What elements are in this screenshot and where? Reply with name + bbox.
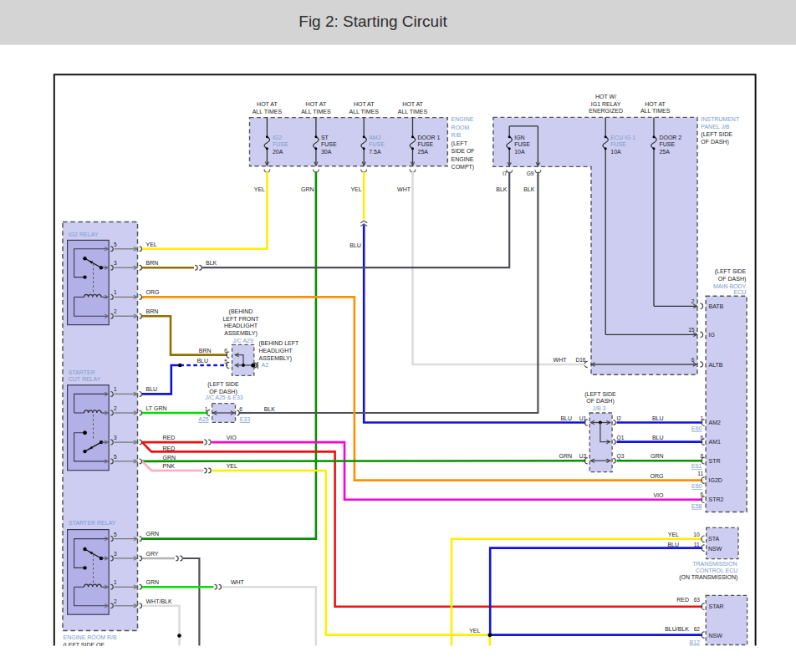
svg-text:HOT W/: HOT W/ — [595, 94, 616, 99]
svg-text:STR: STR — [709, 458, 721, 464]
svg-text:BLU: BLU — [652, 435, 664, 440]
svg-text:FUSE: FUSE — [514, 141, 530, 147]
svg-text:(BEHIND: (BEHIND — [229, 308, 253, 315]
svg-text:E60: E60 — [691, 483, 702, 489]
svg-text:7.5A: 7.5A — [369, 149, 381, 155]
svg-text:ENGINE: ENGINE — [452, 156, 474, 162]
svg-text:NSW: NSW — [709, 633, 723, 639]
svg-text:STAR: STAR — [709, 603, 724, 609]
svg-text:GRN: GRN — [146, 531, 160, 537]
svg-text:IG2 RELAY: IG2 RELAY — [69, 232, 99, 237]
svg-text:BLU: BLU — [667, 542, 679, 547]
svg-text:6: 6 — [701, 435, 704, 440]
svg-text:ORG: ORG — [651, 473, 664, 479]
svg-text:J/B 3: J/B 3 — [593, 405, 606, 411]
svg-text:GRY: GRY — [146, 551, 159, 557]
svg-text:1: 1 — [701, 415, 704, 421]
svg-text:1: 1 — [114, 386, 117, 392]
svg-text:RED: RED — [676, 597, 689, 603]
svg-text:62: 62 — [694, 626, 701, 632]
svg-text:HOT AT: HOT AT — [645, 101, 666, 107]
svg-text:CUT RELAY: CUT RELAY — [69, 376, 101, 382]
svg-text:HOT AT: HOT AT — [402, 101, 423, 107]
svg-text:RED: RED — [163, 445, 176, 451]
svg-text:(LEFT SIDE: (LEFT SIDE — [715, 268, 747, 275]
svg-text:15: 15 — [688, 327, 695, 333]
svg-text:HOT AT: HOT AT — [306, 101, 327, 107]
svg-text:25A: 25A — [418, 149, 429, 155]
svg-text:PANEL J/B: PANEL J/B — [701, 124, 730, 130]
svg-text:2: 2 — [114, 405, 117, 411]
svg-text:FUSE: FUSE — [418, 141, 434, 147]
svg-text:I7: I7 — [503, 171, 508, 176]
svg-text:MAIN BODY: MAIN BODY — [713, 283, 747, 289]
svg-text:HEADLIGHT: HEADLIGHT — [224, 323, 258, 328]
svg-text:BLK: BLK — [206, 260, 217, 266]
svg-text:GRN: GRN — [146, 579, 160, 585]
svg-text:A25: A25 — [198, 416, 209, 422]
svg-text:2: 2 — [691, 298, 695, 304]
svg-text:ECU IG 1: ECU IG 1 — [610, 135, 635, 140]
svg-text:(ON TRANSMISSION): (ON TRANSMISSION) — [679, 574, 737, 581]
svg-text:D16: D16 — [575, 357, 585, 363]
svg-text:ECU: ECU — [734, 289, 747, 295]
svg-text:Q3: Q3 — [617, 453, 625, 460]
svg-text:GRN: GRN — [301, 186, 314, 192]
svg-text:3: 3 — [114, 435, 117, 440]
svg-text:5: 5 — [224, 359, 227, 364]
svg-text:ASSEMBLY): ASSEMBLY) — [259, 355, 293, 362]
svg-text:STARTER: STARTER — [69, 369, 95, 375]
svg-text:HOT AT: HOT AT — [257, 101, 278, 107]
svg-text:I2: I2 — [617, 415, 622, 421]
svg-text:ALL TIMES: ALL TIMES — [398, 109, 428, 115]
svg-text:BLU/BLK: BLU/BLK — [665, 626, 689, 632]
svg-text:HOT AT: HOT AT — [354, 101, 375, 107]
svg-text:J/C A29: J/C A29 — [232, 338, 253, 344]
svg-text:RED: RED — [163, 435, 176, 440]
svg-text:OF DASH): OF DASH) — [701, 139, 728, 145]
svg-text:OF DASH): OF DASH) — [586, 398, 614, 405]
svg-text:(BEHIND LEFT: (BEHIND LEFT — [259, 340, 300, 347]
svg-text:ALL TIMES: ALL TIMES — [640, 108, 671, 114]
svg-text:5: 5 — [114, 532, 117, 537]
svg-text:5: 5 — [114, 454, 117, 460]
svg-text:BRN: BRN — [146, 260, 159, 266]
svg-text:YEL: YEL — [469, 628, 480, 634]
svg-text:VIO: VIO — [653, 492, 664, 498]
svg-text:GRN: GRN — [163, 455, 176, 461]
svg-text:IG2: IG2 — [273, 135, 282, 140]
svg-text:HEADLIGHT: HEADLIGHT — [259, 348, 293, 354]
svg-text:FUSE: FUSE — [659, 141, 675, 147]
svg-text:Fig 2: Starting Circuit: Fig 2: Starting Circuit — [298, 13, 447, 30]
svg-text:INSTRUMENT: INSTRUMENT — [701, 116, 740, 122]
svg-text:BLK: BLK — [264, 406, 276, 412]
svg-text:R/B: R/B — [452, 132, 462, 138]
svg-text:G9: G9 — [527, 171, 534, 176]
svg-text:VIO: VIO — [227, 435, 237, 440]
svg-text:1: 1 — [205, 406, 208, 412]
svg-text:PNK: PNK — [163, 463, 176, 469]
svg-text:BLU: BLU — [350, 242, 361, 248]
svg-text:BLK: BLK — [496, 186, 508, 192]
svg-text:5: 5 — [114, 242, 117, 247]
svg-text:(LEFT SIDE: (LEFT SIDE — [701, 131, 732, 138]
svg-text:AM2: AM2 — [369, 135, 381, 140]
svg-text:IG2D: IG2D — [709, 477, 722, 483]
svg-text:BLK: BLK — [523, 186, 535, 192]
svg-text:(LEFT SIDE: (LEFT SIDE — [584, 391, 616, 398]
svg-text:WHT: WHT — [554, 357, 568, 363]
svg-text:(LEFT SIDE OF: (LEFT SIDE OF — [64, 642, 105, 649]
svg-text:STR2: STR2 — [709, 496, 724, 502]
svg-text:AM1: AM1 — [709, 439, 722, 445]
svg-text:DOOR 2: DOOR 2 — [659, 135, 681, 140]
svg-text:WHT: WHT — [231, 579, 245, 585]
svg-text:ASSEMBLY): ASSEMBLY) — [224, 330, 258, 337]
svg-text:NSW: NSW — [708, 546, 722, 552]
svg-text:ENGINE ROOM R/B: ENGINE ROOM R/B — [64, 634, 118, 640]
svg-text:2: 2 — [114, 308, 117, 314]
svg-text:20A: 20A — [273, 149, 283, 155]
svg-text:BATB: BATB — [709, 303, 724, 309]
svg-text:LT GRN: LT GRN — [146, 405, 167, 411]
svg-text:COMPT): COMPT) — [452, 164, 475, 171]
svg-text:LEFT FRONT: LEFT FRONT — [222, 316, 259, 322]
